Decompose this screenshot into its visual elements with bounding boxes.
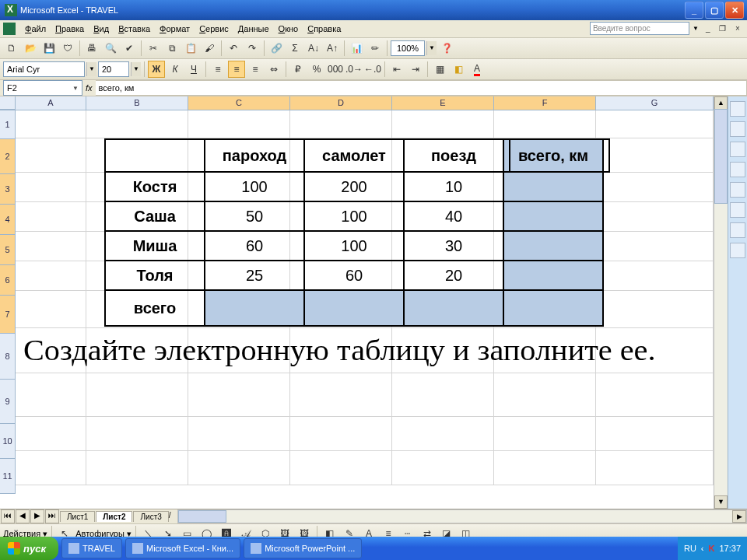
cell-G9[interactable] [596, 373, 714, 417]
percent-icon[interactable]: % [308, 61, 325, 78]
tab-next-icon[interactable]: ▶ [30, 509, 44, 523]
col-head-B[interactable]: B [86, 96, 188, 110]
cell-D11[interactable] [290, 451, 392, 485]
row-head-2[interactable]: 2 [0, 139, 16, 174]
font-name-dropdown-icon[interactable]: ▼ [86, 62, 96, 76]
window-maximize-button[interactable]: ▢ [705, 2, 724, 19]
cell-A3[interactable] [16, 173, 86, 202]
increase-indent-icon[interactable]: ⇥ [407, 61, 424, 78]
cell-B11[interactable] [86, 451, 188, 485]
cell-G7[interactable] [596, 291, 714, 328]
cell-E9[interactable] [392, 373, 494, 417]
open-icon[interactable]: 📂 [22, 40, 39, 57]
autosum-icon[interactable]: Σ [286, 40, 303, 57]
permission-icon[interactable]: 🛡 [59, 40, 76, 57]
cell-G5[interactable] [596, 232, 714, 261]
spelling-icon[interactable]: ✔ [121, 40, 138, 57]
cell-A11[interactable] [16, 451, 86, 485]
cell-D9[interactable] [290, 373, 392, 417]
taskpane-icon[interactable] [730, 202, 745, 218]
borders-icon[interactable]: ▦ [431, 61, 448, 78]
row-head-4[interactable]: 4 [0, 205, 16, 235]
taskpane-icon[interactable] [730, 222, 745, 238]
cell-D1[interactable] [290, 110, 392, 138]
cell-C11[interactable] [188, 451, 290, 485]
cell-G3[interactable] [596, 173, 714, 202]
workbook-restore-button[interactable]: ❐ [717, 24, 728, 33]
row-head-10[interactable]: 10 [0, 424, 16, 459]
cell-E11[interactable] [392, 451, 494, 485]
cell-C1[interactable] [188, 110, 290, 138]
align-right-icon[interactable]: ≡ [247, 61, 264, 78]
cell-B9[interactable] [86, 373, 188, 417]
menu-Формат[interactable]: Формат [155, 23, 195, 35]
name-box-dropdown-icon[interactable]: ▼ [72, 85, 79, 92]
help-question-box[interactable]: Введите вопрос [590, 22, 689, 35]
tab-prev-icon[interactable]: ◀ [16, 509, 30, 523]
cut-icon[interactable]: ✂ [145, 40, 162, 57]
cell-B10[interactable] [86, 417, 188, 451]
horizontal-scrollbar[interactable]: ◀ ▶ [177, 509, 747, 523]
cell-D10[interactable] [290, 417, 392, 451]
menu-Вид[interactable]: Вид [89, 23, 114, 35]
scroll-down-icon[interactable]: ▼ [714, 495, 728, 509]
workbook-minimize-button[interactable]: _ [703, 24, 714, 33]
menu-Правка[interactable]: Правка [51, 23, 89, 35]
taskpane-icon[interactable] [730, 121, 745, 137]
wordart-caption[interactable]: Создайте электронную таблицу и заполните… [23, 333, 656, 367]
scroll-right-icon[interactable]: ▶ [732, 510, 746, 523]
taskbar-app-button[interactable]: Microsoft Excel - Кни... [125, 538, 240, 558]
cell-C9[interactable] [188, 373, 290, 417]
taskpane-icon[interactable] [730, 162, 745, 177]
col-head-A[interactable]: A [16, 96, 86, 110]
zoom-dropdown-icon[interactable]: ▼ [426, 41, 437, 55]
cell-A9[interactable] [16, 373, 86, 417]
cell-F9[interactable] [494, 373, 596, 417]
formula-input[interactable]: всего, км [96, 80, 747, 96]
cell-A10[interactable] [16, 417, 86, 451]
hyperlink-icon[interactable]: 🔗 [268, 40, 285, 57]
col-head-F[interactable]: F [494, 96, 596, 110]
taskpane-icon[interactable] [730, 182, 745, 198]
sheet-tab-Лист3[interactable]: Лист3 [133, 511, 168, 522]
paste-icon[interactable]: 📋 [182, 40, 199, 57]
cell-G4[interactable] [596, 202, 714, 232]
sort-asc-icon[interactable]: A↓ [305, 40, 322, 57]
cell-A7[interactable] [16, 291, 86, 328]
increase-decimal-icon[interactable]: .0→ [345, 61, 363, 78]
cell-G1[interactable] [596, 110, 714, 138]
system-tray[interactable]: RU ‹ K 17:37 [678, 537, 747, 560]
print-icon[interactable]: 🖶 [83, 40, 100, 57]
menu-Окно[interactable]: Окно [274, 23, 303, 35]
row-head-11[interactable]: 11 [0, 459, 16, 494]
workbook-close-button[interactable]: × [732, 24, 743, 33]
format-painter-icon[interactable]: 🖌 [201, 40, 218, 57]
undo-icon[interactable]: ↶ [225, 40, 242, 57]
zoom-combo[interactable]: 100% [391, 40, 425, 56]
save-icon[interactable]: 💾 [40, 40, 58, 57]
tray-clock[interactable]: 17:37 [719, 544, 741, 553]
cell-A1[interactable] [16, 110, 86, 138]
new-icon[interactable]: 🗋 [3, 40, 20, 57]
cell-E1[interactable] [392, 110, 494, 138]
tray-chevron-icon[interactable]: ‹ [701, 544, 704, 553]
tray-lang[interactable]: RU [684, 544, 696, 553]
taskpane-icon[interactable] [730, 142, 745, 157]
currency-icon[interactable]: ₽ [289, 61, 307, 78]
row-head-7[interactable]: 7 [0, 296, 16, 334]
comma-icon[interactable]: 000 [327, 61, 344, 78]
taskbar-app-button[interactable]: Microsoft PowerPoint ... [244, 538, 362, 558]
chart-wizard-icon[interactable]: 📊 [348, 40, 365, 57]
cell-B1[interactable] [86, 110, 188, 138]
cell-A2[interactable] [16, 138, 86, 173]
cell-G6[interactable] [596, 261, 714, 291]
tray-antivirus-icon[interactable]: K [709, 544, 715, 553]
fx-icon[interactable]: fx [86, 83, 93, 93]
menu-Сервис[interactable]: Сервис [195, 23, 233, 35]
col-head-E[interactable]: E [392, 96, 494, 110]
bold-button[interactable]: Ж [148, 61, 165, 78]
tab-first-icon[interactable]: ⏮ [1, 509, 15, 523]
dropdown-icon[interactable]: ▼ [693, 25, 699, 32]
sheet-tab-Лист1[interactable]: Лист1 [60, 511, 95, 522]
row-head-6[interactable]: 6 [0, 265, 16, 296]
